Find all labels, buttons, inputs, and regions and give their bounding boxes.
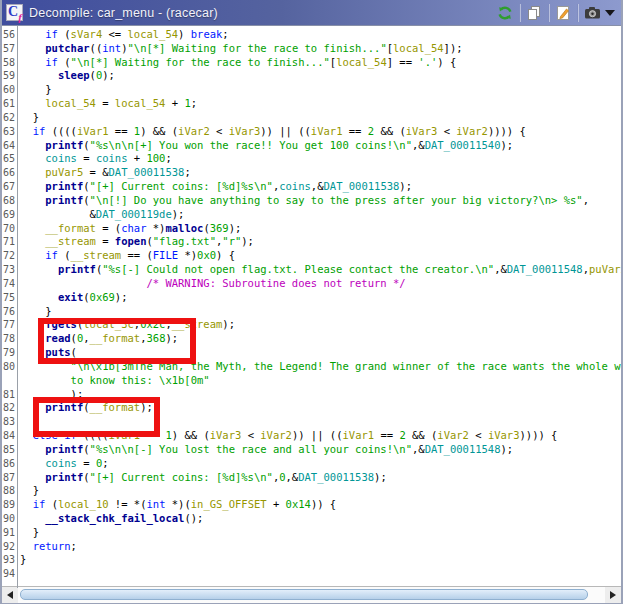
- code-line[interactable]: 64 printf("%s\n\n[+] You won the race!! …: [2, 139, 621, 153]
- toolbar-separator: [577, 4, 578, 22]
- line-number: 87: [2, 471, 17, 485]
- code-line[interactable]: 84 else if ((((iVar1 == 1) && (iVar3 < i…: [2, 429, 621, 443]
- copy-button[interactable]: [523, 3, 545, 23]
- line-number: 90: [2, 512, 17, 526]
- refresh-button[interactable]: [494, 3, 516, 23]
- code-line[interactable]: 93}: [2, 553, 621, 567]
- code-line[interactable]: 69 &DAT_000119de);: [2, 208, 621, 222]
- code-line[interactable]: 88 }: [2, 484, 621, 498]
- code-line[interactable]: 68 printf("\n[!] Do you have anything to…: [2, 194, 621, 208]
- code-line[interactable]: 89 if (local_10 != *(int *)(in_GS_OFFSET…: [2, 498, 621, 512]
- code-line[interactable]: 83 }: [2, 415, 621, 429]
- snapshot-menu-button[interactable]: [603, 3, 617, 23]
- code-line[interactable]: 60 }: [2, 83, 621, 97]
- horizontal-scrollbar[interactable]: [2, 586, 621, 602]
- line-number: 71: [2, 235, 17, 249]
- line-number: 91: [2, 526, 17, 540]
- code-line[interactable]: 91 }: [2, 526, 621, 540]
- code-line[interactable]: 94: [2, 567, 621, 581]
- code-line[interactable]: 92 return;: [2, 540, 621, 554]
- line-number: 89: [2, 498, 17, 512]
- line-number: 77: [2, 318, 17, 332]
- line-number: [2, 374, 17, 388]
- line-number: 75: [2, 291, 17, 305]
- line-number: 56: [2, 28, 17, 42]
- code-line[interactable]: 90 __stack_chk_fail_local();: [2, 512, 621, 526]
- decompile-window: Cf Decompile: car_menu - (racecar): [0, 0, 623, 604]
- code-line[interactable]: 61 local_54 = local_54 + 1;: [2, 97, 621, 111]
- snapshot-button[interactable]: [581, 3, 603, 23]
- line-number: 61: [2, 97, 17, 111]
- line-number: 73: [2, 263, 17, 277]
- line-number: 83: [2, 415, 17, 429]
- code-line[interactable]: 75 exit(0x69);: [2, 291, 621, 305]
- code-line[interactable]: 73 printf("%s[-] Could not open flag.txt…: [2, 263, 621, 277]
- code-line[interactable]: 79 puts(: [2, 346, 621, 360]
- line-number: 88: [2, 484, 17, 498]
- line-number: 85: [2, 443, 17, 457]
- camera-icon: [584, 5, 601, 21]
- code-line[interactable]: 82 printf(__format);: [2, 401, 621, 415]
- line-number: 94: [2, 567, 17, 581]
- code-line[interactable]: 67 printf("[+] Current coins: [%d]%s\n",…: [2, 180, 621, 194]
- toolbar-separator: [548, 4, 549, 22]
- code-line[interactable]: 59 sleep(0);: [2, 69, 621, 83]
- line-number: 72: [2, 249, 17, 263]
- line-number: 60: [2, 83, 17, 97]
- line-number: 70: [2, 222, 17, 236]
- line-number: 57: [2, 42, 17, 56]
- code-line[interactable]: 74 /* WARNING: Subroutine does not retur…: [2, 277, 621, 291]
- line-number: 66: [2, 166, 17, 180]
- scrollbar-thumb[interactable]: [20, 589, 588, 600]
- line-number: 64: [2, 139, 17, 153]
- line-number: 84: [2, 429, 17, 443]
- code-line[interactable]: 85 printf("%s\n\n[-] You lost the race a…: [2, 443, 621, 457]
- code-line[interactable]: 87 printf("[+] Current coins: [%d]%s\n",…: [2, 471, 621, 485]
- code-line[interactable]: 71 __stream = fopen("flag.txt","r");: [2, 235, 621, 249]
- code-line[interactable]: 66 puVar5 = &DAT_00011538;: [2, 166, 621, 180]
- line-number: 59: [2, 69, 17, 83]
- line-number: 81: [2, 388, 17, 402]
- code-line[interactable]: 56 if (sVar4 <= local_54) break;: [2, 28, 621, 42]
- copy-icon: [526, 5, 542, 21]
- decompiler-code-panel: 56 if (sVar4 <= local_54) break;57 putch…: [2, 26, 621, 588]
- line-number: 63: [2, 125, 17, 139]
- code-line[interactable]: to know this: \x1b[0m": [2, 374, 621, 388]
- code-line[interactable]: 57 putchar((int)"\n[*] Waiting for the r…: [2, 42, 621, 56]
- line-number: 78: [2, 332, 17, 346]
- scroll-left-icon: [7, 591, 13, 599]
- edit-icon: [555, 5, 571, 21]
- line-number: 82: [2, 401, 17, 415]
- line-number: 58: [2, 56, 17, 70]
- window-title: Decompile: car_menu - (racecar): [29, 6, 218, 20]
- line-number: 92: [2, 540, 17, 554]
- code-line[interactable]: 80 "\n\x1b[3mThe Man, the Myth, the Lege…: [2, 360, 621, 374]
- toolbar-separator: [519, 4, 520, 22]
- menu-caret-icon: [605, 10, 615, 16]
- code-line[interactable]: 72 if (__stream == (FILE *)0x0) {: [2, 249, 621, 263]
- line-number: 76: [2, 305, 17, 319]
- title-bar[interactable]: Cf Decompile: car_menu - (racecar): [2, 0, 621, 26]
- code-line[interactable]: 62 }: [2, 111, 621, 125]
- code-line[interactable]: 76 }: [2, 305, 621, 319]
- code-line[interactable]: 81 );: [2, 388, 621, 402]
- code-line[interactable]: 78 read(0,__format,368);: [2, 332, 621, 346]
- scroll-left-button[interactable]: [2, 587, 18, 603]
- code-line[interactable]: 63 if ((((iVar1 == 1) && (iVar2 < iVar3)…: [2, 125, 621, 139]
- line-number: 86: [2, 457, 17, 471]
- code-line[interactable]: 70 __format = (char *)malloc(369);: [2, 222, 621, 236]
- scroll-right-button[interactable]: [605, 587, 621, 603]
- code-line[interactable]: 58 if ("\n[*] Waiting for the race to fi…: [2, 56, 621, 70]
- line-number: 93: [2, 553, 17, 567]
- gutter-divider: [17, 26, 18, 588]
- scroll-right-icon: [610, 591, 616, 599]
- line-number: 74: [2, 277, 17, 291]
- code-line[interactable]: 65 coins = coins + 100;: [2, 152, 621, 166]
- scrollbar-track[interactable]: [18, 587, 605, 603]
- line-number: 80: [2, 360, 17, 374]
- edit-button[interactable]: [552, 3, 574, 23]
- line-number: 67: [2, 180, 17, 194]
- line-number: 68: [2, 194, 17, 208]
- code-line[interactable]: 86 coins = 0;: [2, 457, 621, 471]
- code-line[interactable]: 77 fgets(local_3c,0x2c,__stream);: [2, 318, 621, 332]
